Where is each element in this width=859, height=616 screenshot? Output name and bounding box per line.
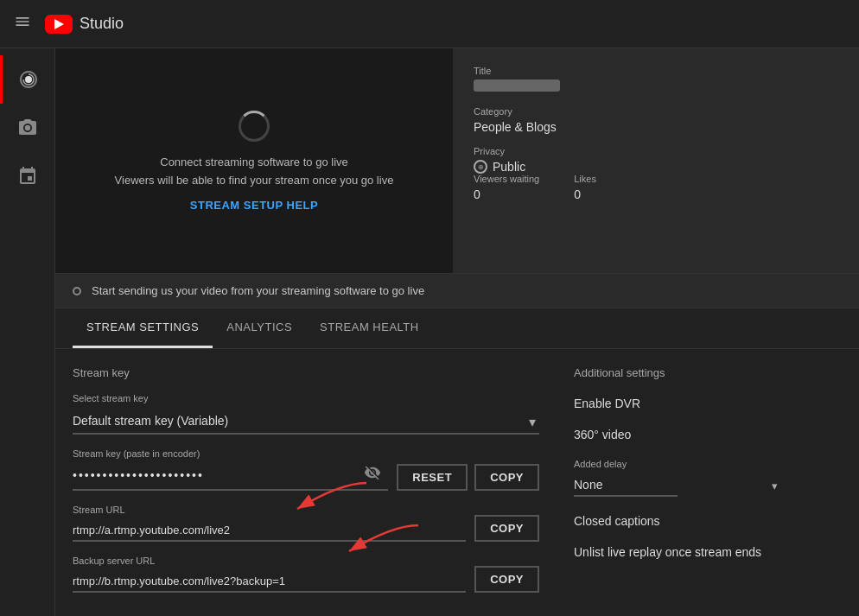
title-value-blurred (474, 79, 560, 92)
stream-info-panel: Title Category People & Blogs Privacy ⊕ … (453, 48, 859, 273)
stream-url-label: Stream URL (73, 505, 466, 515)
likes-value: 0 (574, 187, 596, 201)
logo: Studio (45, 15, 124, 34)
svg-point-0 (25, 76, 32, 83)
preview-text2: Viewers will be able to find your stream… (115, 174, 394, 187)
additional-settings-section: Additional settings Enable DVR 360° vide… (574, 366, 781, 606)
status-indicator (73, 287, 81, 295)
sidebar (0, 48, 55, 616)
viewers-waiting-label: Viewers waiting (474, 174, 539, 184)
preview-section: Connect streaming software to go live Vi… (55, 48, 859, 274)
unlist-replay-label: Unlist live replay once stream ends (574, 545, 781, 559)
hamburger-menu[interactable] (14, 13, 31, 35)
video-360-item: 360° video (574, 428, 781, 441)
sidebar-item-live[interactable] (0, 55, 54, 104)
tab-stream-health[interactable]: STREAM HEALTH (306, 308, 433, 348)
copy-url-button[interactable]: COPY (474, 515, 539, 542)
eye-icon[interactable] (364, 464, 381, 486)
additional-settings-title: Additional settings (574, 366, 781, 379)
copy-backup-button[interactable]: COPY (474, 566, 539, 593)
category-label: Category (474, 106, 838, 117)
go-live-text: Start sending us your video from your st… (92, 284, 424, 297)
top-nav: Studio (0, 0, 859, 48)
copy-key-button[interactable]: COPY (474, 464, 539, 491)
category-value: People & Blogs (474, 120, 838, 134)
backup-url-value: rtmp://b.rtmp.youtube.com/live2?backup=1 (73, 571, 466, 593)
sidebar-item-camera[interactable] (0, 104, 54, 152)
tab-stream-settings[interactable]: STREAM SETTINGS (73, 308, 213, 348)
studio-label: Studio (80, 15, 124, 33)
globe-icon: ⊕ (474, 160, 487, 174)
delay-chevron-icon: ▾ (772, 479, 778, 492)
stream-setup-link[interactable]: STREAM SETUP HELP (190, 199, 318, 212)
added-delay-item: Added delay None Low latency Ultra low l… (574, 459, 781, 497)
select-stream-key-label: Select stream key (73, 393, 539, 403)
loading-spinner (239, 111, 270, 142)
stream-key-title: Stream key (73, 366, 539, 379)
stream-url-value: rtmp://a.rtmp.youtube.com/live2 (73, 520, 466, 542)
enable-dvr-item: Enable DVR (574, 397, 781, 410)
delay-select-wrapper: None Low latency Ultra low latency ▾ (574, 474, 781, 497)
stream-key-value: •••••••••••••••••••••• (73, 468, 357, 482)
stream-url-group: Stream URL rtmp://a.rtmp.youtube.com/liv… (73, 505, 539, 542)
closed-captions-label: Closed captions (574, 514, 781, 528)
stream-key-field-group: Stream key (paste in encoder) ••••••••••… (73, 448, 539, 491)
closed-captions-item: Closed captions (574, 514, 781, 528)
backup-url-label: Backup server URL (73, 556, 466, 566)
main-content: Connect streaming software to go live Vi… (55, 48, 859, 616)
youtube-icon (45, 15, 73, 34)
select-stream-key-group: Select stream key Default stream key (Va… (73, 393, 539, 435)
tab-analytics[interactable]: ANALYTICS (213, 308, 306, 348)
backup-url-field: Backup server URL rtmp://b.rtmp.youtube.… (73, 556, 466, 593)
tabs-bar: STREAM SETTINGS ANALYTICS STREAM HEALTH (55, 308, 859, 349)
likes-label: Likes (574, 174, 596, 184)
video-360-label: 360° video (574, 428, 781, 441)
stream-url-field: Stream URL rtmp://a.rtmp.youtube.com/liv… (73, 505, 466, 542)
viewers-likes-row: Viewers waiting 0 Likes 0 (474, 174, 838, 201)
backup-url-group: Backup server URL rtmp://b.rtmp.youtube.… (73, 556, 539, 593)
viewers-waiting-value: 0 (474, 187, 539, 201)
stream-key-section: Stream key Select stream key Default str… (73, 366, 539, 606)
stream-key-buttons: RESET COPY (397, 464, 539, 491)
enable-dvr-label: Enable DVR (574, 397, 781, 410)
sidebar-item-calendar[interactable] (0, 152, 54, 200)
privacy-label: Privacy (474, 146, 838, 156)
select-stream-key-dropdown[interactable]: Default stream key (Variable) Stream key… (73, 409, 539, 435)
stream-key-input-wrapper: •••••••••••••••••••••• (73, 464, 388, 491)
privacy-value: ⊕ Public (474, 160, 838, 174)
settings-content: Stream key Select stream key Default str… (55, 349, 859, 616)
delay-select[interactable]: None Low latency Ultra low latency (574, 474, 678, 497)
preview-video: Connect streaming software to go live Vi… (55, 48, 453, 273)
stream-key-label: Stream key (paste in encoder) (73, 448, 539, 459)
select-stream-key-wrapper: Default stream key (Variable) Stream key… (73, 409, 539, 435)
go-live-bar: Start sending us your video from your st… (55, 274, 859, 308)
reset-button[interactable]: RESET (397, 464, 468, 491)
preview-text1: Connect streaming software to go live (160, 156, 348, 168)
added-delay-label: Added delay (574, 459, 781, 469)
unlist-replay-item: Unlist live replay once stream ends (574, 545, 781, 559)
title-label: Title (474, 66, 838, 76)
